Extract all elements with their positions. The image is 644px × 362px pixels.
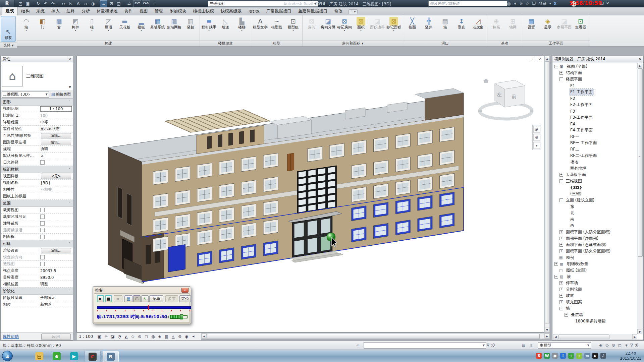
- collapse-icon[interactable]: −: [559, 179, 563, 183]
- expand-icon[interactable]: +: [559, 300, 563, 304]
- tree-item-label[interactable]: 墙: [565, 305, 571, 312]
- scroll-down-icon[interactable]: ▼: [637, 329, 642, 334]
- tree-item-label[interactable]: F2-工作平面: [569, 102, 594, 108]
- property-value[interactable]: 不相关: [39, 187, 73, 192]
- locate-button[interactable]: 定位: [179, 295, 191, 302]
- design-option-combo[interactable]: 主模型 ▼: [538, 342, 591, 349]
- tree-item[interactable]: F1: [553, 82, 637, 89]
- tab-广厦数据接口[interactable]: 广厦数据接口: [263, 7, 295, 15]
- ribbon-button-窗[interactable]: ▦窗: [51, 16, 67, 30]
- penthouse-louver[interactable]: [218, 134, 222, 147]
- tree-item[interactable]: 东: [553, 203, 637, 210]
- tree-item-label[interactable]: 面积平面 (净面积): [565, 235, 599, 242]
- tree-item-label[interactable]: 楼层平面: [565, 76, 583, 82]
- tree-item-label[interactable]: 南: [569, 216, 575, 223]
- temporary-hide-isolate-icon[interactable]: ◻: [143, 334, 149, 340]
- section-header-范围[interactable]: 范围⌃: [1, 200, 73, 207]
- taskbar-app-cad-2012[interactable]: C: [85, 351, 101, 362]
- tab-插入[interactable]: 插入: [48, 7, 63, 15]
- audio-device-tray-icon[interactable]: ●: [552, 353, 558, 359]
- tree-item-label[interactable]: 场地: [569, 159, 579, 165]
- ribbon-button-模型线[interactable]: ~模型线: [269, 16, 285, 30]
- horizontal-scrollbar[interactable]: ◀ ▶: [201, 333, 550, 339]
- scroll-right-icon[interactable]: ▶: [632, 334, 637, 339]
- ribbon-button-老虎窗[interactable]: ◿老虎窗: [470, 16, 486, 30]
- view-minimize-icon[interactable]: –: [528, 57, 530, 61]
- tree-item[interactable]: (三维): [553, 191, 637, 197]
- expand-icon[interactable]: +: [559, 237, 563, 240]
- tree-item[interactable]: +分割轮廓: [553, 286, 637, 293]
- default-3d-view-icon[interactable]: ⌂: [82, 1, 89, 7]
- ribbon-button-标记房间[interactable]: ⊠标记房间▾: [336, 16, 353, 32]
- ribbon-button-楼梯[interactable]: ▙楼梯▾: [234, 16, 250, 32]
- ribbon-button-设置[interactable]: ▦设置: [523, 16, 539, 30]
- pc-manager-tray-icon[interactable]: !: [560, 353, 566, 359]
- save-icon[interactable]: ▣: [24, 1, 31, 7]
- ribbon-state-toggle-icon[interactable]: ⌃ ▾: [348, 9, 358, 14]
- property-value[interactable]: {3D}: [39, 181, 73, 185]
- tree-item[interactable]: F1-工作平面: [553, 89, 637, 95]
- reveal-hidden-elements-icon[interactable]: ◍: [150, 334, 156, 340]
- ribbon-button-查看器[interactable]: ⊡查看器: [573, 16, 589, 30]
- tree-item[interactable]: +面积平面 (总建筑面积): [553, 242, 637, 248]
- browser-vertical-scrollbar[interactable]: ▲ ≡ ▼: [637, 63, 643, 334]
- collapse-icon[interactable]: −: [554, 65, 558, 68]
- ribbon-button-标记面积[interactable]: ⊠标记面积▾: [386, 16, 402, 32]
- ribbon-button-修改[interactable]: ↖修改: [1, 16, 16, 42]
- vertical-scrollbar[interactable]: ▲ ▼: [544, 56, 550, 333]
- entrance-glass[interactable]: [308, 238, 317, 253]
- tree-item[interactable]: ▢图纸 (全部): [553, 267, 637, 274]
- penthouse-louver[interactable]: [207, 136, 212, 149]
- menu-button[interactable]: 菜单: [149, 295, 163, 302]
- property-value[interactable]: 全部显示: [39, 295, 73, 300]
- view-scale-button[interactable]: 1 : 100: [79, 334, 93, 339]
- tree-item-label[interactable]: 填充图案: [565, 299, 583, 305]
- tree-item-label[interactable]: 结构平面: [565, 70, 583, 76]
- tree-item-label[interactable]: F1-工作平面: [569, 89, 594, 95]
- browser-scroll-thumb[interactable]: [638, 68, 643, 257]
- ribbon-button-竖井[interactable]: ╬竖井: [421, 16, 437, 30]
- taskbar-app-video-player[interactable]: ▶: [68, 351, 80, 361]
- collapse-icon[interactable]: −: [559, 77, 563, 81]
- view-restore-icon[interactable]: ⊡: [533, 57, 536, 61]
- checkbox[interactable]: [40, 208, 45, 212]
- tree-item-label[interactable]: F1: [569, 83, 576, 88]
- login-button[interactable]: 登录: [539, 1, 547, 6]
- tree-item[interactable]: −三维视图: [553, 178, 637, 184]
- text-icon[interactable]: A: [75, 1, 82, 7]
- volume-control[interactable]: ◁)): [163, 314, 187, 319]
- tree-item[interactable]: {3D}: [553, 184, 637, 191]
- fast-forward-button[interactable]: ▶▶: [114, 295, 122, 302]
- tree-item-label[interactable]: RF一: [569, 133, 580, 140]
- type-selector[interactable]: ⌂ 三维视图 ▼: [1, 62, 73, 90]
- property-edit-button[interactable]: <无>: [41, 174, 71, 179]
- ribbon-button-竖梃[interactable]: ▥竖梃: [182, 16, 199, 30]
- ribbon-button-房间分隔[interactable]: ◪房间分隔: [320, 16, 336, 30]
- ribbon-button-模型文字[interactable]: A模型文字: [252, 16, 268, 30]
- ribbon-button-幕墙网格[interactable]: ▥幕墙网格: [166, 16, 182, 30]
- tree-item-label[interactable]: F4: [569, 121, 576, 127]
- recorder-control-dialog[interactable]: 控制 x 菜单 多节 定位 帧:1781/3253 时间:5:56/10:50 …: [93, 286, 191, 324]
- expand-icon[interactable]: +: [559, 243, 563, 247]
- tree-item-label[interactable]: 明细表/数量: [566, 261, 589, 267]
- tree-item[interactable]: −▧族: [553, 274, 637, 280]
- tab-注释[interactable]: 注释: [63, 7, 78, 15]
- tree-item-label[interactable]: RF二-工作平面: [569, 153, 598, 159]
- search-input[interactable]: 键入关键字或短语: [428, 1, 507, 6]
- close-button[interactable]: ✕: [606, 1, 609, 6]
- tree-item[interactable]: +停车场: [553, 280, 637, 286]
- scroll-right-icon[interactable]: ▶: [544, 334, 549, 339]
- tab-快模高级版[interactable]: 快模高级版: [217, 7, 245, 15]
- taskbar-app-revit[interactable]: R: [103, 351, 119, 362]
- tree-item-label[interactable]: RF二: [569, 146, 580, 153]
- tree-item[interactable]: +▦明细表/数量: [553, 261, 637, 267]
- tree-item[interactable]: −楼层平面: [553, 76, 637, 82]
- worksharing-display-icon[interactable]: ◈: [157, 334, 163, 340]
- ribbon-button-栏杆扶手[interactable]: ≡栏杆扶手▾: [201, 16, 217, 32]
- ribbon-button-屋顶[interactable]: ◸屋顶▾: [100, 16, 116, 32]
- select-by-face-icon[interactable]: ◻: [617, 342, 623, 348]
- panel-title[interactable]: 构建: [17, 40, 200, 46]
- media-w-tray-icon[interactable]: W: [544, 353, 550, 359]
- tree-item[interactable]: F3-工作平面: [553, 114, 637, 121]
- ribbon-button-按面[interactable]: ╳按面: [404, 16, 420, 30]
